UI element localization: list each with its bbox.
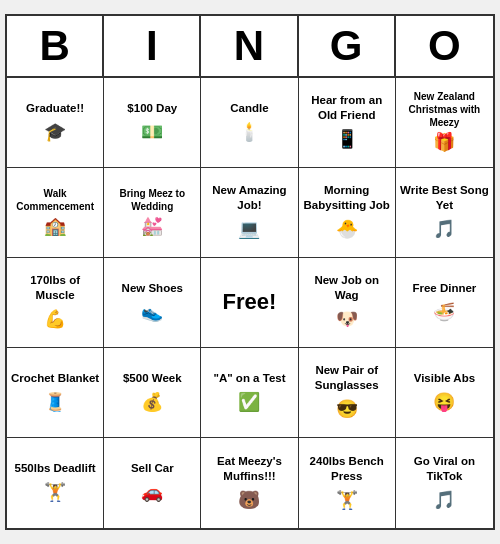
bingo-cell-0: Graduate!!🎓 bbox=[7, 78, 104, 168]
cell-emoji-21: 🚗 bbox=[141, 481, 163, 504]
bingo-cell-20: 550lbs Deadlift🏋️ bbox=[7, 438, 104, 528]
cell-emoji-15: 🧵 bbox=[44, 391, 66, 414]
cell-text-16: $500 Week bbox=[123, 371, 182, 386]
cell-text-15: Crochet Blanket bbox=[11, 371, 99, 386]
cell-text-10: 170lbs of Muscle bbox=[11, 273, 99, 303]
cell-text-14: Free Dinner bbox=[412, 281, 476, 296]
bingo-cell-1: $100 Day💵 bbox=[104, 78, 201, 168]
bingo-grid: Graduate!!🎓$100 Day💵Candle🕯️Hear from an… bbox=[7, 78, 493, 528]
bingo-card: BINGO Graduate!!🎓$100 Day💵Candle🕯️Hear f… bbox=[5, 14, 495, 530]
cell-emoji-17: ✅ bbox=[238, 391, 260, 414]
bingo-cell-16: $500 Week💰 bbox=[104, 348, 201, 438]
cell-emoji-11: 👟 bbox=[141, 301, 163, 324]
cell-emoji-1: 💵 bbox=[141, 121, 163, 144]
bingo-letter-i: I bbox=[104, 16, 201, 76]
bingo-letter-g: G bbox=[299, 16, 396, 76]
cell-text-23: 240lbs Bench Press bbox=[303, 454, 391, 484]
bingo-cell-24: Go Viral on TikTok🎵 bbox=[396, 438, 493, 528]
cell-emoji-22: 🐻 bbox=[238, 489, 260, 512]
cell-emoji-24: 🎵 bbox=[433, 489, 455, 512]
cell-text-0: Graduate!! bbox=[26, 101, 84, 116]
cell-text-20: 550lbs Deadlift bbox=[15, 461, 96, 476]
bingo-cell-23: 240lbs Bench Press🏋️ bbox=[299, 438, 396, 528]
cell-emoji-13: 🐶 bbox=[336, 308, 358, 331]
cell-text-22: Eat Meezy's Muffins!!! bbox=[205, 454, 293, 484]
cell-text-7: New Amazing Job! bbox=[205, 183, 293, 213]
cell-text-1: $100 Day bbox=[127, 101, 177, 116]
cell-text-2: Candle bbox=[230, 101, 268, 116]
cell-emoji-2: 🕯️ bbox=[238, 121, 260, 144]
bingo-cell-11: New Shoes👟 bbox=[104, 258, 201, 348]
cell-text-13: New Job on Wag bbox=[303, 273, 391, 303]
bingo-cell-21: Sell Car🚗 bbox=[104, 438, 201, 528]
bingo-letter-b: B bbox=[7, 16, 104, 76]
bingo-letter-o: O bbox=[396, 16, 493, 76]
bingo-cell-17: "A" on a Test✅ bbox=[201, 348, 298, 438]
cell-text-4: New Zealand Christmas with Meezy bbox=[400, 90, 489, 129]
cell-text-19: Visible Abs bbox=[414, 371, 475, 386]
cell-text-8: Morning Babysitting Job bbox=[303, 183, 391, 213]
bingo-cell-5: Walk Commencement🏫 bbox=[7, 168, 104, 258]
bingo-cell-13: New Job on Wag🐶 bbox=[299, 258, 396, 348]
cell-emoji-19: 😝 bbox=[433, 391, 455, 414]
bingo-cell-7: New Amazing Job!💻 bbox=[201, 168, 298, 258]
cell-text-17: "A" on a Test bbox=[213, 371, 285, 386]
bingo-cell-10: 170lbs of Muscle💪 bbox=[7, 258, 104, 348]
bingo-cell-4: New Zealand Christmas with Meezy🎁 bbox=[396, 78, 493, 168]
free-label: Free! bbox=[223, 288, 277, 317]
bingo-cell-19: Visible Abs😝 bbox=[396, 348, 493, 438]
cell-text-24: Go Viral on TikTok bbox=[400, 454, 489, 484]
cell-emoji-10: 💪 bbox=[44, 308, 66, 331]
bingo-cell-12: Free! bbox=[201, 258, 298, 348]
cell-emoji-18: 😎 bbox=[336, 398, 358, 421]
cell-text-18: New Pair of Sunglasses bbox=[303, 363, 391, 393]
cell-emoji-0: 🎓 bbox=[44, 121, 66, 144]
bingo-cell-18: New Pair of Sunglasses😎 bbox=[299, 348, 396, 438]
bingo-cell-6: Bring Meez to Wedding💒 bbox=[104, 168, 201, 258]
bingo-cell-3: Hear from an Old Friend📱 bbox=[299, 78, 396, 168]
cell-text-3: Hear from an Old Friend bbox=[303, 93, 391, 123]
cell-text-21: Sell Car bbox=[131, 461, 174, 476]
bingo-header: BINGO bbox=[7, 16, 493, 78]
cell-text-5: Walk Commencement bbox=[11, 187, 99, 213]
cell-emoji-14: 🍜 bbox=[433, 301, 455, 324]
cell-text-11: New Shoes bbox=[122, 281, 183, 296]
bingo-letter-n: N bbox=[201, 16, 298, 76]
bingo-cell-14: Free Dinner🍜 bbox=[396, 258, 493, 348]
cell-text-6: Bring Meez to Wedding bbox=[108, 187, 196, 213]
bingo-cell-15: Crochet Blanket🧵 bbox=[7, 348, 104, 438]
cell-emoji-3: 📱 bbox=[336, 128, 358, 151]
cell-emoji-4: 🎁 bbox=[433, 131, 455, 154]
cell-text-9: Write Best Song Yet bbox=[400, 183, 489, 213]
cell-emoji-6: 💒 bbox=[141, 215, 163, 238]
cell-emoji-7: 💻 bbox=[238, 218, 260, 241]
cell-emoji-16: 💰 bbox=[141, 391, 163, 414]
cell-emoji-8: 🐣 bbox=[336, 218, 358, 241]
bingo-cell-8: Morning Babysitting Job🐣 bbox=[299, 168, 396, 258]
bingo-cell-9: Write Best Song Yet🎵 bbox=[396, 168, 493, 258]
cell-emoji-9: 🎵 bbox=[433, 218, 455, 241]
cell-emoji-5: 🏫 bbox=[44, 215, 66, 238]
cell-emoji-20: 🏋️ bbox=[44, 481, 66, 504]
bingo-cell-22: Eat Meezy's Muffins!!!🐻 bbox=[201, 438, 298, 528]
cell-emoji-23: 🏋️ bbox=[336, 489, 358, 512]
bingo-cell-2: Candle🕯️ bbox=[201, 78, 298, 168]
